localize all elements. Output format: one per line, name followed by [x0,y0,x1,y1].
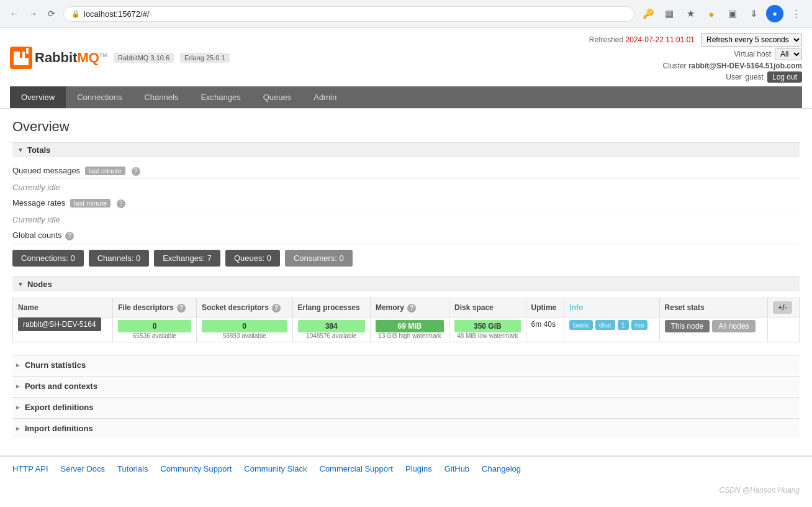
tab-exchanges[interactable]: Exchanges [189,86,251,108]
file-descriptors-cell: 0 65536 available [113,317,197,342]
socket-descriptors-help[interactable]: ? [272,304,281,313]
tab-channels[interactable]: Channels [133,86,189,108]
counts-row: Connections: 0 Channels: 0 Exchanges: 7 … [12,250,800,267]
footer-link-tutorials[interactable]: Tutorials [117,464,148,473]
message-rates-label: Message rates [12,198,65,208]
all-nodes-button[interactable]: All nodes [712,320,755,332]
nodes-table-header-row: Name File descriptors ? Socket descripto… [13,298,800,317]
back-button[interactable]: ← [7,7,21,21]
nodes-title: Nodes [27,280,52,289]
url-text: localhost:15672/#/ [84,9,150,19]
disk-space-watermark: 48 MiB low watermark [454,332,521,339]
circle-icon[interactable]: ● [703,5,720,22]
info-badges: basic disc 1 rss [569,320,654,330]
nodes-section-header[interactable]: ▼ Nodes [12,276,800,291]
totals-arrow: ▼ [17,147,24,153]
app-header: RabbitMQTM RabbitMQ 3.10.6 Erlang 25.0.1… [0,28,812,109]
global-counts-label: Global counts [12,231,62,240]
logo: RabbitMQTM [10,47,107,69]
cluster-label: Cluster [663,62,687,70]
star-icon[interactable]: ★ [682,5,699,22]
global-counts-help[interactable]: ? [65,232,74,240]
footer-link-http-api[interactable]: HTTP API [12,464,48,473]
profile-button[interactable]: ● [766,5,783,22]
rabbitmq-version-badge: RabbitMQ 3.10.6 [114,53,174,63]
erlang-processes-bar: 384 [298,320,365,332]
churn-arrow: ► [15,362,21,368]
user-row: User guest Log out [589,71,802,83]
connections-count-btn[interactable]: Connections: 0 [12,250,84,267]
svg-rect-4 [22,52,25,58]
cluster-name: rabbit@SH-DEV-5164.51job.com [688,62,802,70]
refresh-select[interactable]: Refresh every 5 seconds [701,33,802,47]
exchanges-count-btn[interactable]: Exchanges: 7 [154,250,220,267]
export-definitions-header[interactable]: ► Export definitions [12,398,800,417]
ports-contexts-header[interactable]: ► Ports and contexts [12,377,800,396]
logo-tm: TM [99,52,107,58]
menu-icon[interactable]: ⋮ [787,5,805,22]
footer-link-plugins[interactable]: Plugins [405,464,432,473]
logout-button[interactable]: Log out [767,71,802,83]
rabbitmq-logo-icon [10,47,32,69]
footer-link-github[interactable]: GitHub [444,464,469,473]
forward-button[interactable]: → [26,7,40,21]
info-badge-basic: basic [569,320,593,330]
extension-icon[interactable]: ▣ [724,5,741,22]
memory-help[interactable]: ? [407,304,416,313]
reset-stats-cell: This node All nodes [659,317,768,342]
tab-overview[interactable]: Overview [10,86,66,108]
uptime-cell: 6m 40s [526,317,564,342]
message-rates-help[interactable]: ? [117,199,125,208]
nodes-table: Name File descriptors ? Socket descripto… [12,298,800,342]
tab-admin[interactable]: Admin [302,86,348,108]
channels-count-btn[interactable]: Channels: 0 [89,250,149,267]
queued-messages-help[interactable]: ? [132,167,140,176]
info-badge-num: 1 [618,320,629,330]
nodes-section: ▼ Nodes Name File descriptors ? Socket d… [12,276,800,342]
ports-title: Ports and contexts [25,381,97,391]
footer-link-community-support[interactable]: Community Support [160,464,232,473]
svg-rect-6 [19,58,24,65]
col-erlang-processes: Erlang processes [292,298,370,317]
info-badge-rss: rss [631,320,648,330]
app-header-top: RabbitMQTM RabbitMQ 3.10.6 Erlang 25.0.1… [10,28,802,86]
vhost-label: Virtual host [734,50,771,58]
totals-section-header[interactable]: ▼ Totals [12,142,800,157]
col-info: Info [564,298,659,317]
col-uptime: Uptime [526,298,564,317]
file-descriptors-help[interactable]: ? [177,304,186,313]
download-icon[interactable]: ⇓ [745,5,762,22]
reset-btns: This node All nodes [665,320,763,332]
footer-link-server-docs[interactable]: Server Docs [61,464,106,473]
socket-descriptors-cell: 0 58893 available [196,317,292,342]
svg-rect-5 [26,48,29,54]
message-rates-row: Message rates last minute ? [12,196,800,211]
tab-connections[interactable]: Connections [66,86,133,108]
refresh-button[interactable]: ⟳ [45,7,58,21]
footer-link-changelog[interactable]: Changelog [482,464,521,473]
queued-messages-row: Queued messages last minute ? [12,163,800,179]
churn-statistics-header[interactable]: ► Churn statistics [12,355,800,375]
erlang-processes-cell: 384 1048576 available [292,317,370,342]
this-node-button[interactable]: This node [665,320,710,332]
address-bar[interactable]: 🔒 localhost:15672/#/ [63,6,634,22]
erlang-version-badge: Erlang 25.0.1 [180,53,229,63]
col-socket-descriptors: Socket descriptors ? [196,298,292,317]
screenshare-icon[interactable]: ▦ [661,5,678,22]
vhost-select[interactable]: All [775,48,802,60]
col-plus-minus: +/- [768,298,800,317]
import-definitions-header[interactable]: ► Import definitions [12,419,800,438]
memory-watermark: 13 GiB high watermark [376,332,444,339]
refreshed-time: 2024-07-22 11:01:01 [626,35,695,44]
header-right: Refreshed 2024-07-22 11:01:01 Refresh ev… [589,33,802,83]
currently-idle-2: Currently idle [12,215,800,224]
plus-minus-button[interactable]: +/- [773,301,792,314]
ports-arrow: ► [15,383,21,390]
footer-link-commercial-support[interactable]: Commercial Support [320,464,394,473]
queues-count-btn[interactable]: Queues: 0 [225,250,280,267]
tab-queues[interactable]: Queues [252,86,303,108]
key-icon[interactable]: 🔑 [639,5,657,22]
footer-link-community-slack[interactable]: Community Slack [244,464,307,473]
queued-messages-badge: last minute [85,167,125,175]
consumers-count-btn[interactable]: Consumers: 0 [285,250,353,267]
